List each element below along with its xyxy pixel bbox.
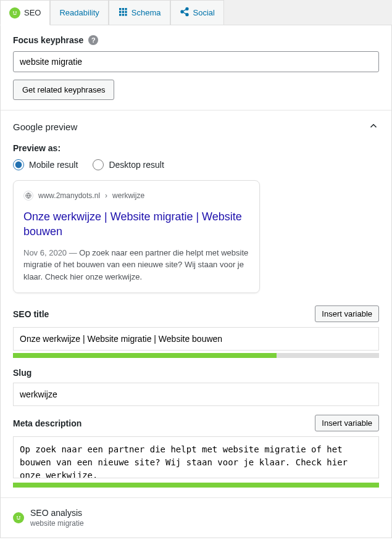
tab-social[interactable]: Social xyxy=(170,0,224,25)
preview-as-label: Preview as: xyxy=(13,143,379,153)
svg-point-1 xyxy=(16,12,17,12)
meta-description-field: Meta description Insert variable xyxy=(13,415,379,488)
focus-keyphrase-section: Focus keyphrase ? Get related keyphrases xyxy=(1,25,391,110)
progress-fill xyxy=(13,353,277,358)
svg-rect-7 xyxy=(125,11,127,13)
progress-fill xyxy=(13,483,379,488)
svg-line-14 xyxy=(183,9,186,11)
tab-label: Social xyxy=(193,8,215,17)
google-preview-toggle[interactable]: Google preview xyxy=(1,110,391,143)
seo-panel: Focus keyphrase ? Get related keyphrases… xyxy=(0,25,392,538)
mobile-result-radio[interactable]: Mobile result xyxy=(13,159,78,170)
focus-keyphrase-label: Focus keyphrase xyxy=(13,35,83,45)
seo-analysis-toggle[interactable]: SEO analysis website migratie xyxy=(1,497,391,538)
preview-title: Onze werkwijze | Website migratie | Webs… xyxy=(23,209,249,239)
breadcrumb-separator: › xyxy=(105,191,107,200)
get-related-keyphrases-button[interactable]: Get related keyphrases xyxy=(13,80,114,100)
tab-readability[interactable]: Readability xyxy=(50,0,108,25)
seo-analysis-title: SEO analysis xyxy=(30,508,84,518)
radio-label: Mobile result xyxy=(29,160,78,170)
insert-variable-button[interactable]: Insert variable xyxy=(315,305,379,322)
svg-rect-9 xyxy=(122,14,123,15)
tab-schema[interactable]: Schema xyxy=(109,0,170,25)
svg-point-18 xyxy=(17,517,18,517)
radio-label: Desktop result xyxy=(109,160,164,170)
svg-rect-10 xyxy=(125,14,127,15)
slug-label: Slug xyxy=(13,368,31,378)
seo-title-label: SEO title xyxy=(13,309,49,319)
desktop-result-radio[interactable]: Desktop result xyxy=(93,159,164,170)
svg-rect-3 xyxy=(122,8,123,10)
help-icon[interactable]: ? xyxy=(88,35,98,45)
tab-label: Readability xyxy=(59,8,99,17)
tab-seo[interactable]: SEO xyxy=(0,0,50,25)
seo-analysis-keyphrase: website migratie xyxy=(30,519,84,528)
slug-input[interactable] xyxy=(13,383,379,406)
seo-title-input[interactable] xyxy=(13,327,379,351)
globe-icon xyxy=(23,191,33,201)
slug-field: Slug xyxy=(13,368,379,406)
insert-variable-button[interactable]: Insert variable xyxy=(315,415,379,431)
seo-title-progress xyxy=(13,353,379,358)
preview-description: Nov 6, 2020 — Op zoek naar een partner d… xyxy=(23,247,249,283)
chevron-up-icon xyxy=(368,120,379,133)
tab-label: Schema xyxy=(131,8,161,17)
svg-point-19 xyxy=(20,517,20,517)
tab-label: SEO xyxy=(24,8,41,17)
meta-description-label: Meta description xyxy=(13,418,81,428)
smiley-icon xyxy=(9,7,20,19)
grid-icon xyxy=(118,7,128,19)
seo-title-field: SEO title Insert variable xyxy=(13,305,379,358)
svg-point-0 xyxy=(14,12,14,12)
svg-point-13 xyxy=(186,14,188,16)
google-preview-card: www.2manydots.nl › werkwijze Onze werkwi… xyxy=(13,180,260,293)
preview-date: Nov 6, 2020 xyxy=(23,248,67,257)
preview-domain: www.2manydots.nl xyxy=(38,191,100,200)
svg-rect-5 xyxy=(119,11,121,13)
share-icon xyxy=(180,7,190,19)
svg-rect-4 xyxy=(125,8,127,10)
preview-path: werkwijze xyxy=(112,191,144,200)
svg-rect-2 xyxy=(119,8,121,10)
meta-description-input[interactable] xyxy=(13,436,379,478)
meta-description-progress xyxy=(13,483,379,488)
svg-point-11 xyxy=(186,7,188,10)
google-preview-heading: Google preview xyxy=(13,122,77,132)
svg-rect-8 xyxy=(119,14,121,15)
smiley-icon xyxy=(13,512,24,523)
svg-point-12 xyxy=(181,10,183,13)
svg-rect-6 xyxy=(122,11,123,13)
preview-url: www.2manydots.nl › werkwijze xyxy=(23,191,249,201)
tab-bar: SEO Readability Schema Social xyxy=(0,0,392,25)
focus-keyphrase-input[interactable] xyxy=(13,51,379,72)
svg-line-15 xyxy=(183,12,186,14)
google-preview-body: Preview as: Mobile result Desktop result… xyxy=(1,143,391,497)
